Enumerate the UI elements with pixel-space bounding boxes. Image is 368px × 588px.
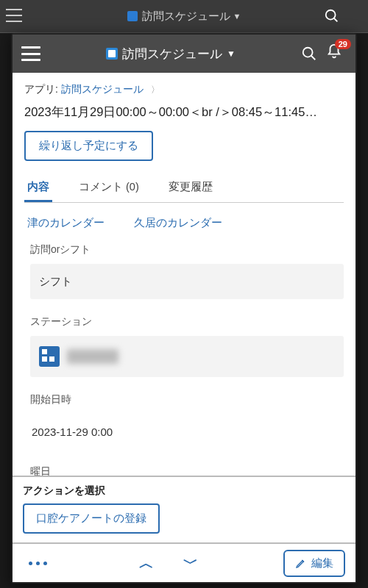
app-icon — [106, 48, 118, 60]
modal-header: 訪問スケジュール ▼ 29 — [13, 35, 355, 73]
tabs: 内容 コメント (0) 変更履歴 — [24, 174, 344, 203]
app-title-dropdown[interactable]: 訪問スケジュール ▼ — [40, 46, 301, 62]
bg-search-icon — [324, 8, 340, 24]
notification-badge: 29 — [335, 39, 351, 49]
svg-line-3 — [311, 56, 316, 60]
field-value: 2023-11-29 0:00 — [30, 414, 344, 449]
tsu-calendar-link[interactable]: 津のカレンダー — [27, 216, 105, 230]
bg-app-icon — [127, 11, 138, 21]
record-modal: 訪問スケジュール ▼ 29 アプリ: 訪問スケジュール 〉 2023年11月29… — [11, 33, 357, 584]
pencil-icon — [295, 557, 307, 569]
field-weekday: 曜日 — [24, 465, 344, 476]
tab-history[interactable]: 変更履歴 — [166, 174, 216, 202]
search-button[interactable] — [301, 46, 317, 62]
make-recurring-button[interactable]: 繰り返し予定にする — [24, 131, 153, 161]
caret-down-icon: ▼ — [227, 49, 236, 59]
modal-footer: ︿ ﹀ 編集 — [13, 542, 355, 582]
action-section: アクションを選択 口腔ケアノートの登録 — [13, 476, 355, 542]
tab-comments[interactable]: コメント (0) — [76, 174, 142, 202]
field-label: 曜日 — [30, 465, 344, 476]
breadcrumb-app-link[interactable]: 訪問スケジュール — [61, 83, 144, 95]
bg-title: 訪問スケジュール — [142, 10, 230, 24]
oral-care-note-button[interactable]: 口腔ケアノートの登録 — [23, 503, 160, 534]
field-label: 訪問orシフト — [30, 243, 344, 257]
action-title: アクションを選択 — [23, 484, 345, 498]
field-station: ステーション — [24, 315, 344, 377]
field-value — [30, 336, 344, 377]
bg-caret-icon: ▼ — [233, 12, 241, 21]
field-value: シフト — [30, 264, 344, 299]
app-title: 訪問スケジュール — [122, 46, 222, 62]
svg-line-1 — [334, 18, 338, 22]
prev-record-button[interactable]: ︿ — [135, 549, 158, 578]
edit-button[interactable]: 編集 — [283, 550, 345, 577]
modal-body-scroll[interactable]: アプリ: 訪問スケジュール 〉 2023年11月29日00:00～00:00＜b… — [13, 73, 355, 476]
breadcrumb: アプリ: 訪問スケジュール 〉 — [24, 83, 344, 96]
bg-hamburger-icon — [6, 9, 22, 22]
more-actions-button[interactable] — [23, 556, 53, 571]
menu-button[interactable] — [21, 46, 40, 61]
calendar-links: 津のカレンダー 久居のカレンダー — [24, 216, 344, 230]
station-name-redacted — [67, 349, 118, 364]
svg-point-2 — [303, 48, 313, 57]
breadcrumb-label: アプリ: — [24, 83, 58, 95]
chevron-right-icon: 〉 — [151, 85, 160, 95]
notifications-button[interactable]: 29 — [326, 43, 347, 64]
field-visit-or-shift: 訪問orシフト シフト — [24, 243, 344, 299]
svg-point-0 — [326, 10, 336, 20]
background-header: 訪問スケジュール ▼ — [0, 0, 368, 33]
field-label: ステーション — [30, 315, 344, 329]
tab-content[interactable]: 内容 — [24, 174, 52, 202]
org-icon — [39, 346, 60, 367]
field-label: 開始日時 — [30, 393, 344, 406]
next-record-button[interactable]: ﹀ — [179, 549, 202, 578]
field-start-datetime: 開始日時 2023-11-29 0:00 — [24, 393, 344, 449]
record-title: 2023年11月29日00:00～00:00＜br /＞08:45～11:45… — [24, 104, 344, 121]
hisai-calendar-link[interactable]: 久居のカレンダー — [134, 216, 222, 230]
edit-label: 編集 — [311, 556, 333, 570]
